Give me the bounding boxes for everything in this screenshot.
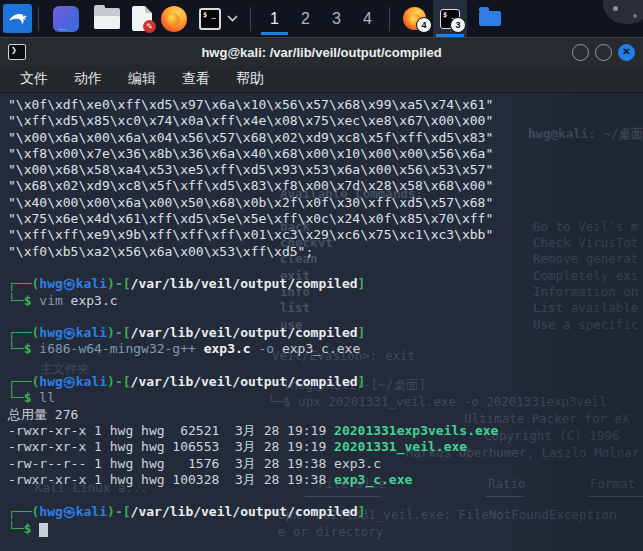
terminal-text-segment: exp3.c: [204, 341, 251, 356]
terminal-line: "\xf0\xb5\xa2\x56\x6a\x00\x53\xff\xd5";: [8, 244, 643, 260]
menu-item[interactable]: 动作: [74, 70, 102, 88]
minimize-button[interactable]: [572, 44, 589, 61]
terminal-text-segment: 总用量 276: [8, 407, 78, 422]
file-manager-folder-icon[interactable]: [94, 8, 120, 29]
terminal-line: "\x75\x6e\x4d\x61\xff\xd5\x5e\x5e\xff\x0…: [8, 211, 643, 227]
terminal-text-segment: hwg㉿kali: [39, 276, 107, 291]
terminal-text-segment: "\x40\x00\x00\x6a\x00\x50\x68\x0b\x2f\x0…: [8, 195, 493, 210]
terminal-body[interactable]: hwg@kali: ~/桌面Available Commands:backche…: [0, 93, 643, 551]
workspace-button-2[interactable]: 2: [290, 0, 321, 37]
terminal-line: -rwxr-xr-x 1 hwg hwg 62521 3月 28 19:19 2…: [8, 423, 643, 439]
firefox-icon[interactable]: [161, 6, 187, 32]
terminal-text-segment: /var/lib/veil/output/compiled: [131, 504, 358, 519]
workspace-button-1[interactable]: 1: [259, 0, 290, 37]
terminal-text-segment: exp3_c.exe: [274, 341, 360, 356]
close-button[interactable]: ✕: [618, 44, 635, 61]
corner-notification-blob: [603, 0, 643, 24]
menu-item[interactable]: 文件: [20, 70, 48, 88]
terminal-text-segment: └─$: [8, 390, 39, 405]
menu-bar: 文件动作编辑查看帮助: [0, 66, 643, 93]
terminal-text-segment: ]: [358, 325, 366, 340]
terminal-line: [8, 358, 643, 374]
terminal-text-segment: ┌──(: [8, 325, 39, 340]
firefox-task-button[interactable]: 4: [396, 0, 433, 37]
workspace-button-3[interactable]: 3: [321, 0, 352, 37]
terminal-text-segment: "\x75\x6e\x4d\x61\xff\xd5\x5e\x5e\xff\x0…: [8, 211, 493, 226]
chevron-down-icon[interactable]: [227, 15, 238, 22]
terminal-text-segment: i686-w64-mingw32-g++: [39, 341, 196, 356]
taskbar: … ✎ 1234 4 3: [0, 0, 643, 37]
terminal-line: -rw-r--r-- 1 hwg hwg 1576 3月 28 19:38 ex…: [8, 456, 643, 472]
text-editor-icon[interactable]: ✎: [132, 6, 152, 31]
dock-window-icon[interactable]: …: [53, 6, 79, 32]
terminal-text-segment: hwg㉿kali: [39, 374, 107, 389]
terminal-text-segment: ]: [358, 504, 366, 519]
terminal-text-segment: 20201331exp3veils.exe: [334, 423, 498, 438]
terminal-line: 总用量 276: [8, 407, 643, 423]
terminal-line: "\xf8\x00\x7e\x36\x8b\x36\x6a\x40\x68\x0…: [8, 146, 643, 162]
terminal-text-segment: )-[: [107, 374, 130, 389]
terminal-text-segment: )-[: [107, 325, 130, 340]
terminal-line: "\xff\xff\xe9\x9b\xff\xff\xff\x01\xc3\x2…: [8, 227, 643, 243]
terminal-text-segment: /var/lib/veil/output/compiled: [131, 374, 358, 389]
terminal-text-segment: "\x0f\xdf\xe0\xff\xd5\x97\x6a\x10\x56\x5…: [8, 97, 493, 112]
terminal-text-segment: └─$: [8, 521, 39, 536]
terminal-line: -rwxr-xr-x 1 hwg hwg 100328 3月 28 19:38 …: [8, 472, 643, 488]
terminal-text-segment: ┌──(: [8, 374, 39, 389]
terminal-text-segment: "\xf0\xb5\xa2\x56\x6a\x00\x53\xff\xd5";: [8, 244, 313, 259]
terminal-line: └─$ i686-w64-mingw32-g++ exp3.c -o exp3_…: [8, 341, 643, 357]
terminal-text-segment: "\x00\x6a\x00\x6a\x04\x56\x57\x68\x02\xd…: [8, 130, 493, 145]
terminal-text-segment: )-[: [107, 504, 130, 519]
terminal-text-segment: [196, 341, 204, 356]
terminal-line: "\x0f\xdf\xe0\xff\xd5\x97\x6a\x10\x56\x5…: [8, 97, 643, 113]
terminal-text-segment: exp3.c: [63, 293, 118, 308]
workspace-button-4[interactable]: 4: [352, 0, 383, 37]
terminal-text-segment: -rwxr-xr-x 1 hwg hwg 62521 3月 28 19:19: [8, 423, 334, 438]
terminal-text-segment: ┌──(: [8, 504, 39, 519]
blue-folder-icon[interactable]: [479, 11, 501, 26]
terminal-line: "\x00\x6a\x00\x6a\x04\x56\x57\x68\x02\xd…: [8, 130, 643, 146]
menu-item[interactable]: 查看: [182, 70, 210, 88]
terminal-text-segment: -o: [258, 341, 274, 356]
terminal-line: ┌──(hwg㉿kali)-[/var/lib/veil/output/comp…: [8, 374, 643, 390]
terminal-task-button[interactable]: 3: [433, 0, 467, 37]
window-titlebar[interactable]: hwg@kali: /var/lib/veil/output/compiled …: [0, 37, 643, 66]
kali-menu-button[interactable]: [3, 4, 32, 33]
terminal-window-icon: [8, 44, 26, 60]
terminal-line: └─$: [8, 521, 643, 537]
terminal-text-segment: hwg㉿kali: [39, 504, 107, 519]
terminal-text-segment: -rwxr-xr-x 1 hwg hwg 100328 3月 28 19:38: [8, 472, 334, 487]
terminal-text-segment: hwg㉿kali: [39, 325, 107, 340]
terminal-line: [8, 260, 643, 276]
terminal-line: "\xff\xd5\x85\xc0\x74\x0a\xff\x4e\x08\x7…: [8, 113, 643, 129]
terminal-icon[interactable]: [199, 8, 221, 30]
terminal-text-segment: "\x68\x02\xd9\xc8\x5f\xff\xd5\x83\xf8\x0…: [8, 178, 493, 193]
terminal-line: └─$ vim exp3.c: [8, 293, 643, 309]
terminal-text-segment: )-[: [107, 276, 130, 291]
terminal-text-segment: ]: [358, 374, 366, 389]
menu-item[interactable]: 帮助: [236, 70, 264, 88]
pencil-icon: ✎: [143, 20, 156, 33]
terminal-line: ┌──(hwg㉿kali)-[/var/lib/veil/output/comp…: [8, 276, 643, 292]
kali-dragon-icon: [6, 5, 30, 32]
terminal-line: [8, 488, 643, 504]
terminal-text-segment: "\xff\xff\xe9\x9b\xff\xff\xff\x01\xc3\x2…: [8, 227, 493, 242]
workspace-switcher: 1234: [259, 0, 383, 37]
terminal-line: ┌──(hwg㉿kali)-[/var/lib/veil/output/comp…: [8, 504, 643, 520]
terminal-output: "\x0f\xdf\xe0\xff\xd5\x97\x6a\x10\x56\x5…: [0, 93, 643, 551]
terminal-line: "\x40\x00\x00\x6a\x00\x50\x68\x0b\x2f\x0…: [8, 195, 643, 211]
terminal-text-segment: vim: [39, 293, 62, 308]
terminal-text-segment: "\xff\xd5\x85\xc0\x74\x0a\xff\x4e\x08\x7…: [8, 113, 493, 128]
terminal-line: ┌──(hwg㉿kali)-[/var/lib/veil/output/comp…: [8, 325, 643, 341]
terminal-text-segment: -rw-r--r-- 1 hwg hwg 1576 3月 28 19:38 ex…: [8, 456, 381, 471]
terminal-line: [8, 309, 643, 325]
terminal-text-segment: ll: [39, 390, 55, 405]
menu-item[interactable]: 编辑: [128, 70, 156, 88]
terminal-text-segment: ┌──(: [8, 276, 39, 291]
maximize-button[interactable]: [595, 44, 612, 61]
terminal-text-segment: /var/lib/veil/output/compiled: [131, 325, 358, 340]
terminal-line: "\x00\x68\x58\xa4\x53\xe5\xff\xd5\x93\x5…: [8, 162, 643, 178]
terminal-text-segment: exp3_c.exe: [334, 472, 412, 487]
terminal-line: └─$ ll: [8, 390, 643, 406]
terminal-cursor: [39, 523, 48, 537]
